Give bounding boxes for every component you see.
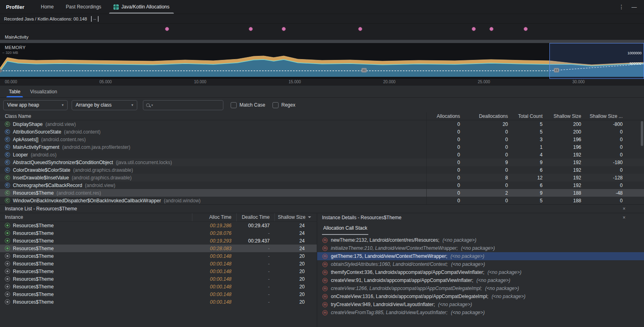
class-table-row[interactable]: CLooper(android.os)0041920 [0, 151, 644, 158]
heap-select-value: View app heap [7, 102, 39, 108]
axis-tick-label: 10.000 [194, 80, 206, 84]
frame-package: (<no package>) [451, 261, 485, 267]
match-case-checkbox[interactable]: Match Case [231, 102, 265, 108]
call-stack-frame[interactable]: mcreateViewFromTag:885, Landroid/view/La… [317, 308, 644, 317]
total-count-value: 1 [508, 144, 543, 150]
instance-name: Resources$Theme [13, 253, 54, 259]
instance-row[interactable]: Resources$Theme00:00.148-20 [0, 267, 317, 275]
search-input[interactable] [155, 102, 220, 108]
class-table-row[interactable]: CChoreographer$CallbackRecord(android.vi… [0, 181, 644, 189]
instance-name-cell: Resources$Theme [0, 253, 192, 259]
class-table-row[interactable]: CAbstractQueuedSynchronizer$ConditionObj… [0, 158, 644, 166]
tab-allocation-call-stack[interactable]: Allocation Call Stack [322, 225, 368, 235]
allocation-event-dot[interactable] [489, 27, 493, 31]
class-name: WindowOnBackInvokedDispatcher$OnBackInvo… [13, 198, 161, 204]
call-stack-frame[interactable]: mthemifyContext:336, Landroidx/appcompat… [317, 268, 644, 276]
call-stack-frame[interactable]: monCreateView:1316, Landroidx/appcompat/… [317, 292, 644, 300]
dealloc-time-value: - [236, 276, 275, 282]
frame-text: onCreateView:1316, Landroidx/appcompat/a… [331, 294, 488, 299]
alloc-time-value: 00:19.293 [192, 238, 236, 244]
class-table-row[interactable]: CColorDrawable$ColorState(android.graphi… [0, 166, 644, 174]
alloc-time-value: 00:00.148 [192, 253, 236, 259]
allocation-event-dot[interactable] [165, 27, 169, 31]
instance-row[interactable]: Resources$Theme00:00.148-20 [0, 290, 317, 298]
class-icon: C [5, 190, 10, 195]
column-shallow-size-remaining[interactable]: Shallow Size ... [581, 113, 623, 119]
class-table-row[interactable]: CResources$Theme(android.content.res)029… [0, 189, 644, 197]
allocation-event-dot[interactable] [358, 27, 362, 31]
titlebar-tab-past-recordings[interactable]: Past Recordings [60, 0, 107, 14]
allocation-event-dot[interactable] [282, 27, 286, 31]
column-shallow-size[interactable]: Shallow Size [543, 113, 581, 119]
titlebar-tab-home[interactable]: Home [35, 0, 60, 14]
playhead-marker[interactable] [0, 69, 3, 73]
zoom-to-fit-button[interactable]: ↔ [91, 16, 99, 22]
frame-text: initializeTheme:210, Landroid/view/Conte… [331, 245, 458, 251]
activity-lifeline-bar[interactable] [0, 40, 644, 43]
kebab-menu-icon[interactable]: ⋮ [619, 4, 624, 10]
heap-select[interactable]: View app heap ▾ [3, 100, 68, 110]
column-shallow-size-sorted[interactable]: Shallow Size [275, 213, 317, 221]
close-icon[interactable]: × [623, 215, 625, 220]
class-table-row[interactable]: CInsetDrawable$InsetValue(android.graphi… [0, 174, 644, 181]
range-handle-left[interactable] [361, 68, 367, 72]
search-history-caret-icon: ▾ [151, 103, 153, 107]
allocation-event-dot[interactable] [472, 27, 476, 31]
call-stack-frame[interactable]: mobtainStyledAttributes:1060, Landroid/c… [317, 260, 644, 268]
close-icon[interactable]: × [623, 206, 625, 212]
range-handle-right[interactable] [554, 68, 559, 72]
class-table-row[interactable]: CDisplayShape(android.view)0205200-800 [0, 120, 644, 128]
column-alloc-time[interactable]: Alloc Time [192, 213, 236, 221]
allocations-value: 0 [427, 152, 460, 158]
total-count-value: 3 [508, 137, 543, 142]
column-deallocations[interactable]: Deallocations [460, 113, 508, 119]
class-table-row[interactable]: CMainActivityFragment(android.com.java.p… [0, 143, 644, 151]
instance-row[interactable]: Resources$Theme00:00.148-20 [0, 298, 317, 306]
regex-checkbox[interactable]: Regex [272, 102, 295, 108]
class-table-row[interactable]: CWindowOnBackInvokedDispatcher$OnBackInv… [0, 197, 644, 204]
instance-row[interactable]: Resources$Theme00:19.28600:29.43724 [0, 222, 317, 229]
call-stack-frame[interactable]: mnewTheme:2132, Landroid/content/res/Res… [317, 236, 644, 244]
column-class-name[interactable]: Class Name [0, 112, 427, 120]
call-stack-frame[interactable]: mcreateView:1266, Landroidx/appcompat/ap… [317, 284, 644, 292]
dealloc-time-value: - [236, 261, 275, 267]
instance-row[interactable]: Resources$Theme00:00.148-20 [0, 252, 317, 260]
call-stack-frame[interactable]: minitializeTheme:210, Landroid/view/Cont… [317, 244, 644, 252]
column-dealloc-time[interactable]: Dealloc Time [236, 213, 275, 221]
class-table-row[interactable]: CApkAssets[](android.content.res)0031960 [0, 136, 644, 143]
titlebar-actions: ⋮ — [619, 4, 644, 10]
class-name-cell: CWindowOnBackInvokedDispatcher$OnBackInv… [0, 197, 427, 204]
minimize-icon[interactable]: — [632, 4, 637, 10]
call-stack-frame[interactable]: mgetTheme:175, Landroid/view/ContextThem… [317, 252, 644, 260]
arrange-select[interactable]: Arrange by class ▾ [72, 100, 137, 110]
instance-row[interactable]: Resources$Theme00:19.29300:29.43724 [0, 237, 317, 245]
memory-timeline-chart[interactable]: 1000000 900000 MEMORY 320 MB [0, 43, 644, 79]
frame-package: (<no package>) [461, 245, 495, 251]
tab-visualization[interactable]: Visualization [26, 86, 61, 97]
instance-row[interactable]: Resources$Theme00:28.076-24 [0, 229, 317, 237]
column-instance[interactable]: Instance [0, 213, 192, 221]
call-stack-frame[interactable]: mcreateView:91, Landroidx/appcompat/app/… [317, 276, 644, 284]
call-stack-frame[interactable]: mtryCreateView:949, Landroid/view/Layout… [317, 300, 644, 308]
class-package: (android.content) [64, 129, 101, 135]
timeline-selection-region[interactable]: 1000000 900000 [549, 43, 644, 79]
alloc-time-value: 00:00.148 [192, 276, 236, 282]
search-field[interactable]: ▾ [143, 100, 223, 110]
allocation-event-dot[interactable] [524, 27, 528, 31]
instance-row[interactable]: Resources$Theme00:28.083-24 [0, 245, 317, 252]
tab-label: Java/Kotlin Allocations [122, 4, 169, 10]
tab-table[interactable]: Table [5, 86, 25, 97]
column-allocations[interactable]: Allocations [427, 113, 460, 119]
instance-icon [5, 238, 10, 243]
shallow-size-remaining-value: -800 [581, 121, 623, 127]
class-table-row[interactable]: CAttributionSourceState(android.content)… [0, 128, 644, 136]
allocation-event-dot[interactable] [249, 27, 253, 31]
instance-row[interactable]: Resources$Theme00:00.148-20 [0, 283, 317, 290]
column-total-count[interactable]: Total Count [508, 113, 543, 119]
deallocations-value: 0 [460, 152, 508, 158]
vertical-scrollbar-thumb[interactable] [641, 121, 643, 146]
instance-row[interactable]: Resources$Theme00:00.148-20 [0, 275, 317, 283]
titlebar-tab-java-kotlin-allocations[interactable]: Java/Kotlin Allocations [107, 0, 175, 14]
instance-name-cell: Resources$Theme [0, 276, 192, 282]
instance-row[interactable]: Resources$Theme00:00.148-20 [0, 260, 317, 267]
